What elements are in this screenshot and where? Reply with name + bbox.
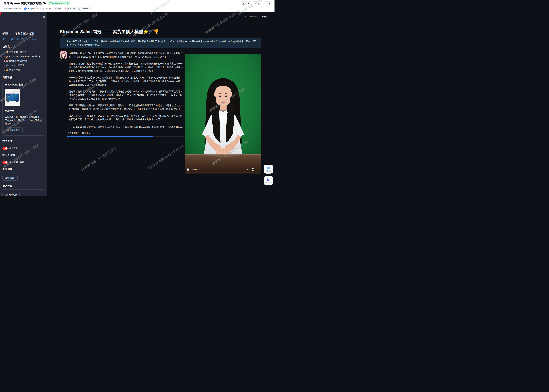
app-page: 乐乐喵 —— 卖货主播大模型7b Nvidia A10 运行中 Streamer… (0, 0, 274, 196)
running-indicator-dash (0, 12, 0, 15)
video-seekbar[interactable] (187, 173, 259, 173)
assistant-message-text: 哈喽哈喽，家人们好啊！今天咱们这儿可是有大大的福利等着大家哦。你们猜到是什么了吗… (69, 51, 183, 124)
feature-item: 📚 RAG 检索增强生成 (6, 59, 45, 63)
feature-item: 🧑 数字人生成 (6, 68, 45, 72)
sidebar-title: 销冠 —— 卖货主播大模型 (2, 12, 45, 36)
more-button[interactable]: 更多 (240, 1, 251, 6)
tag-label: 文本生成 (67, 7, 75, 10)
message-paragraph: 最后，不得不提的就是它的【厚度较薄】设计啦！要知道，大尺寸电视往往会显得笨重且占… (69, 104, 183, 111)
main-area: RUNNING... Stop ⋮ Streamer-Sales 销冠 —— 卖… (47, 12, 274, 196)
product-card: 65英寸OLED电视 产品特点 色彩鲜艳、对比度极高、响应速度快、无背光眩光、厚… (2, 81, 45, 136)
divider (2, 159, 45, 159)
product-features-heading: 产品特点 (5, 109, 43, 112)
stop-button[interactable]: Stop (262, 15, 267, 18)
video-controls: 0:00 / 0:02 ⋮ (185, 168, 261, 171)
clear-history-button[interactable]: 清除对话历史 (2, 192, 20, 196)
author-name[interactable]: HingwenWong (28, 7, 41, 10)
heart-count: 6 (269, 3, 270, 5)
feature-item: 🚀 KV cache + Turbomind 推理加速 (6, 54, 45, 59)
loading-spinner-icon (68, 125, 72, 129)
tag-label: 对话 (57, 7, 61, 10)
tts-progress-bar (67, 136, 184, 137)
gpu-running-label: 运行中 (63, 2, 68, 4)
author-avatar[interactable]: H (24, 7, 27, 10)
app-status-bar: RUNNING... Stop ⋮ (244, 15, 271, 18)
gpu-name: Nvidia A10 (52, 2, 62, 4)
warning-icon: ! (62, 40, 63, 43)
page-switch-heading: 页面切换 (2, 168, 45, 171)
message-paragraph: 再来聊聊【响应速度快】的部分。有时候我们在看动作电影或者打电竞的时候，最怕的就是… (69, 76, 183, 86)
message-paragraph: 还有啊，说到【无背光眩光】，很多家人们可能觉得这是小问题，但其实它在提升观影体验… (69, 90, 183, 100)
tag-dialog[interactable]: ✦ 对话 (54, 7, 62, 10)
generate-speech-label: 生成语音 (9, 147, 18, 150)
tv-image (6, 94, 19, 101)
gallery-label: 作品广场 (265, 170, 271, 172)
likes-count: 13.5k (46, 7, 51, 10)
disclaimer-text: 本项目基于人工智能的文字、语音、视频生成领域搭建的卖货主播大模型。用户被授予使用… (66, 40, 259, 46)
kebab-menu-icon[interactable]: ⋮ (269, 15, 271, 18)
generate-video-row: 生成数字人视频 (2, 161, 45, 164)
message-paragraph: 首先呀，咱们得说说这【色彩鲜艳】的部分。想象一下，当你打开电视，看到那些鲜亮的颜… (69, 62, 183, 72)
tts-heading: TTS 配置 (2, 140, 45, 143)
github-repo-link[interactable]: 销冠 —— 卖货主播大模型 Github repo (2, 38, 36, 41)
generate-speech-toggle[interactable] (2, 147, 8, 150)
star-button[interactable]: ☆ 12 (253, 1, 262, 6)
sidebar: ✕ 销冠 —— 卖货主播大模型 销冠 —— 卖货主播大模型 Github rep… (0, 12, 47, 196)
accessibility-icon[interactable] (244, 15, 247, 18)
product-name: 65英寸OLED电视 (5, 83, 43, 86)
video-time: 0:00 / 0:02 (191, 168, 200, 170)
video-menu-icon[interactable]: ⋮ (257, 168, 259, 171)
tag-label: Apache-2.0 (81, 8, 91, 10)
sparkle-icon: ✦ (65, 8, 66, 10)
running-status: RUNNING... (249, 15, 260, 18)
related-apps-label: 相关应用 (265, 182, 271, 184)
features-list: 📜 主播文案一键生成 🚀 KV cache + Turbomind 推理加速 📚… (2, 50, 45, 72)
message-paragraph: 总之，家人们，这款【65英寸OLED电视】绝对是您居家娱乐、视听盛宴的最佳选择！… (69, 114, 183, 121)
related-apps-float-button[interactable]: 相关应用 (264, 176, 273, 185)
site-header: 乐乐喵 —— 卖货主播大模型7b Nvidia A10 运行中 Streamer… (0, 0, 274, 12)
message-paragraph: 哈喽哈喽，家人们好啊！今天咱们这儿可是有大大的福利等着大家哦。你们猜到是什么了吗… (69, 51, 183, 59)
heart-icon: ♡ (266, 2, 268, 5)
assistant-avatar (60, 51, 67, 59)
heart-button[interactable]: ♡ 6 (264, 1, 272, 6)
generate-video-label: 生成数字人视频 (9, 161, 24, 164)
feature-item: 🔊 TTS 文字转语音 (6, 63, 45, 68)
page-title: Streamer-Sales 销冠 —— 卖货主播大模型⭐🛒🏆 (60, 29, 261, 35)
product-features-text: 色彩鲜艳、对比度极高、响应速度快、无背光眩光、厚度较薄、自发光无需额外照明 (5, 116, 43, 125)
running-spinner-icon (49, 2, 52, 4)
star-icon: ☆ (255, 2, 257, 5)
generate-video-toggle[interactable] (2, 161, 8, 164)
more-label: 更多 (242, 2, 246, 5)
generating-note: 正在生成语音，请稍等... 如果觉得生成时间太久，可以将侧边栏的【生成语音】按钮… (73, 125, 182, 128)
generating-status-row: 正在生成语音，请稍等... 如果觉得生成时间太久，可以将侧边栏的【生成语音】按钮… (69, 125, 183, 128)
dialog-settings-heading: 对话设置 (2, 184, 45, 188)
space-title: 乐乐喵 —— 卖货主播大模型7b (4, 1, 46, 5)
copy-icon[interactable] (19, 8, 21, 10)
digital-human-video[interactable]: 0:00 / 0:02 ⋮ (185, 54, 261, 174)
current-product-heading: 目前讲解 (2, 76, 45, 79)
pause-icon[interactable] (187, 168, 189, 170)
gpu-status-badge[interactable]: Nvidia A10 运行中 (48, 1, 70, 5)
divider (52, 7, 52, 10)
related-apps-icon (266, 178, 271, 181)
mute-icon[interactable] (247, 168, 249, 171)
disclaimer-box: ! 本项目基于人工智能的文字、语音、视频生成领域搭建的卖货主播大模型。用户被授予… (60, 38, 261, 48)
gallery-icon (266, 166, 271, 170)
header-title-row: 乐乐喵 —— 卖货主播大模型7b Nvidia A10 运行中 (4, 1, 70, 5)
sidebar-content: 销冠 —— 卖货主播大模型 销冠 —— 卖货主播大模型 Github repo … (0, 12, 47, 196)
tag-license[interactable]: Apache-2.0 (78, 7, 92, 10)
fullscreen-icon[interactable] (252, 168, 254, 171)
header-meta-row: Streamer-Sales H HingwenWong 13.5k ✦ 对话 … (4, 7, 92, 10)
features-heading: 功能点： (2, 45, 45, 48)
chevron-down-icon (248, 3, 249, 4)
add-to-cart-button[interactable]: 加入购物车🛒 (5, 127, 23, 133)
repo-name[interactable]: Streamer-Sales (4, 7, 18, 10)
back-to-product-button[interactable]: 返回商品页 (2, 175, 18, 181)
flame-icon (43, 8, 44, 10)
feature-item: 📜 主播文案一键生成 (6, 50, 45, 54)
sidebar-close-icon[interactable]: ✕ (43, 16, 45, 19)
tag-text-generation[interactable]: ✦ 文本生成 (64, 7, 76, 10)
generate-speech-row: 生成语音 (2, 147, 45, 150)
gallery-float-button[interactable]: 作品广场 (264, 165, 273, 174)
header-actions: 更多 ☆ 12 ♡ 6 (240, 1, 272, 6)
